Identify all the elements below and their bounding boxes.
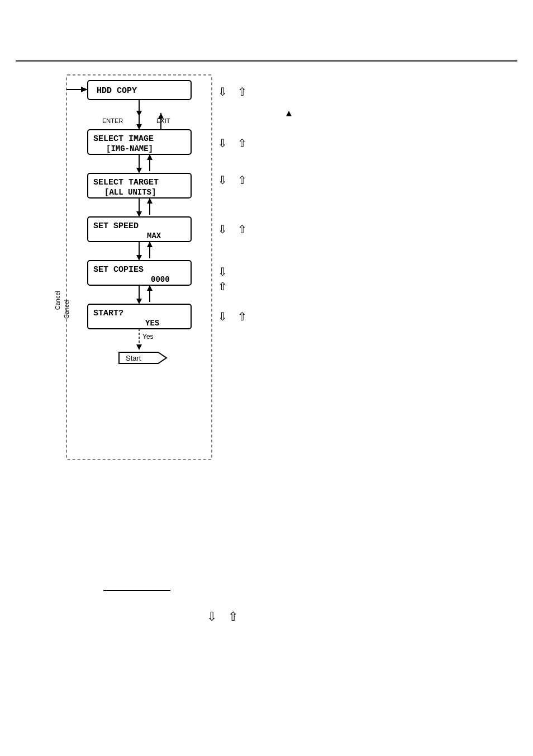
svg-text:EXIT: EXIT [156, 117, 170, 124]
bottom-nav-arrows: ⇩ ⇧ [207, 609, 238, 624]
svg-text:ENTER: ENTER [102, 117, 123, 124]
svg-text:Yes: Yes [142, 333, 154, 341]
nav-arrows-row-2: ⇩ ⇧ [218, 136, 247, 150]
svg-rect-28 [88, 217, 191, 242]
svg-text:START?: START? [93, 309, 123, 318]
down-arrow-icon-1: ⇩ [218, 85, 227, 98]
footnote-divider [103, 590, 170, 591]
svg-marker-32 [136, 255, 142, 261]
svg-text:SELECT TARGET: SELECT TARGET [93, 178, 159, 187]
svg-text:[IMG-NAME]: [IMG-NAME] [106, 144, 153, 153]
svg-marker-48 [136, 344, 142, 350]
svg-marker-7 [286, 111, 292, 116]
svg-marker-39 [136, 299, 142, 304]
svg-text:[ALL UNITS]: [ALL UNITS] [104, 188, 156, 197]
svg-marker-2 [81, 87, 88, 92]
nav-arrows-row-1: ⇩ ⇧ [218, 85, 247, 98]
bottom-down-arrow-icon: ⇩ [207, 609, 217, 624]
svg-rect-3 [88, 81, 191, 100]
svg-text:SELECT IMAGE: SELECT IMAGE [93, 134, 154, 144]
up-arrow-icon-1: ⇧ [237, 85, 247, 98]
svg-text:MAX: MAX [147, 231, 161, 240]
svg-marker-25 [136, 211, 142, 217]
nav-arrows-row-5: ⇩ ⇧ [218, 265, 227, 293]
svg-marker-26 [147, 198, 153, 204]
svg-text:YES: YES [145, 319, 159, 328]
down-arrow-icon-2: ⇩ [218, 136, 227, 150]
up-arrow-icon-6: ⇧ [237, 310, 247, 323]
svg-marker-19 [147, 154, 153, 160]
nav-arrows-row-4: ⇩ ⇧ [218, 223, 247, 236]
svg-rect-14 [88, 130, 191, 154]
up-arrow-icon-3: ⇧ [237, 173, 247, 187]
svg-rect-0 [66, 75, 212, 460]
svg-text:0000: 0000 [151, 275, 170, 284]
nav-arrows-row-3: ⇩ ⇧ [218, 173, 247, 187]
svg-rect-35 [88, 261, 191, 285]
flowchart-diagram: HDD COPY ENTER EXIT SELECT IMAGE [IMG-NA… [64, 73, 344, 509]
top-divider [16, 60, 517, 62]
up-arrow-icon-5: ⇧ [218, 280, 227, 293]
svg-text:Start: Start [126, 354, 141, 362]
up-arrow-icon-4: ⇧ [237, 223, 247, 236]
up-arrow-icon-2: ⇧ [237, 136, 247, 150]
svg-rect-43 [88, 304, 191, 329]
svg-rect-21 [88, 173, 191, 198]
svg-marker-10 [136, 124, 142, 130]
down-arrow-icon-5: ⇩ [218, 265, 227, 278]
svg-text:HDD COPY: HDD COPY [97, 86, 137, 96]
down-arrow-icon-6: ⇩ [218, 310, 227, 323]
svg-marker-12 [158, 113, 164, 119]
nav-arrows-row-6: ⇩ ⇧ [218, 310, 247, 323]
svg-text:Cancel: Cancel [64, 300, 70, 319]
svg-text:SET COPIES: SET COPIES [93, 265, 144, 275]
svg-marker-40 [147, 285, 153, 291]
svg-marker-33 [147, 242, 153, 247]
svg-marker-18 [136, 168, 142, 173]
bottom-up-arrow-icon: ⇧ [228, 609, 238, 624]
down-arrow-icon-3: ⇩ [218, 173, 227, 187]
svg-marker-6 [136, 111, 142, 116]
cancel-label: Cancel [54, 291, 61, 310]
down-arrow-icon-4: ⇩ [218, 223, 227, 236]
svg-text:SET SPEED: SET SPEED [93, 221, 139, 231]
